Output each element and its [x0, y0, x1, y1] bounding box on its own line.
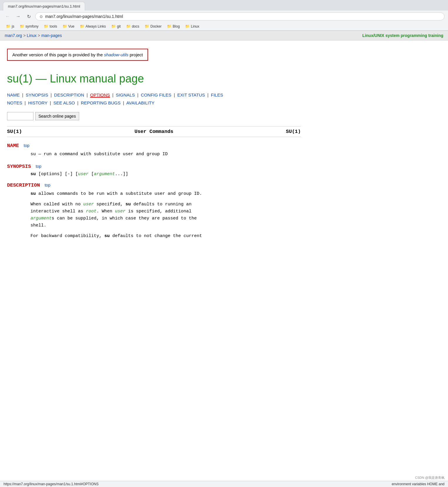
training-text: Linux/UNIX system programming training — [362, 33, 443, 38]
desc-para1-text: allows commands to be run with a substit… — [38, 191, 202, 196]
nav-see-also[interactable]: SEE ALSO — [53, 100, 75, 105]
search-input[interactable] — [7, 112, 33, 120]
page-content: Another version of this page is provided… — [0, 40, 308, 257]
bookmark-blog[interactable]: 📁 Blog — [164, 23, 182, 29]
folder-icon: 📁 — [126, 24, 131, 28]
su-bold-1: su — [30, 191, 36, 196]
section-description: DESCRIPTION top su allows commands to be… — [7, 182, 301, 240]
section-name-top[interactable]: top — [24, 143, 29, 148]
bookmark-label: js — [12, 24, 14, 28]
synopsis-command: su — [30, 172, 36, 177]
breadcrumb-man7[interactable]: man7.org — [5, 33, 22, 38]
bookmark-label: Blog — [173, 24, 180, 28]
description-para1: su allows commands to be run with a subs… — [30, 190, 301, 197]
description-para3: For backward compatibility, su defaults … — [30, 233, 301, 240]
synopsis-args: [options] [-] [user [argument...]] — [38, 172, 128, 177]
su-bold-3: su — [104, 234, 110, 239]
nav-options[interactable]: OPTIONS — [90, 92, 110, 98]
section-name: NAME top su — run a command with substit… — [7, 143, 301, 158]
bookmark-linux[interactable]: 📁 Linux — [183, 23, 202, 29]
description-para2: When called with no user specified, su d… — [30, 201, 301, 229]
nav-name[interactable]: NAME — [7, 92, 20, 97]
nav-availability[interactable]: AVAILABILITY — [126, 100, 155, 105]
folder-icon: 📁 — [111, 24, 116, 28]
folder-icon: 📁 — [44, 24, 48, 28]
man-header-right: SU(1) — [286, 129, 301, 134]
bookmark-docker[interactable]: 📁 Docker — [142, 23, 164, 29]
section-synopsis-top[interactable]: top — [36, 164, 41, 169]
section-name-header: NAME top — [7, 143, 301, 148]
bookmark-label: docs — [132, 24, 139, 28]
section-description-title: DESCRIPTION — [7, 182, 40, 188]
nav-reporting-bugs[interactable]: REPORTING BUGS — [81, 100, 121, 105]
section-name-body: su — run a command with substitute user … — [30, 151, 301, 158]
status-suffix: environment variables HOME and — [392, 482, 444, 483]
breadcrumb-bar: man7.org > Linux > man-pages Linux/UNIX … — [0, 31, 448, 40]
nav-config-files[interactable]: CONFIG FILES — [141, 92, 171, 97]
user-italic-1: user — [83, 202, 94, 207]
browser-chrome: man7.org/linux/man-pages/man1/su.1.html … — [0, 0, 448, 31]
section-synopsis-header: SYNOPSIS top — [7, 164, 301, 169]
folder-icon: 📁 — [145, 24, 149, 28]
bookmark-label: Docker — [150, 24, 162, 28]
notice-prefix: Another version of this page is provided… — [12, 52, 104, 57]
bookmark-label: git — [117, 24, 121, 28]
back-button[interactable]: ← — [4, 12, 12, 21]
folder-icon: 📁 — [62, 24, 67, 28]
reload-button[interactable]: ↻ — [25, 12, 33, 21]
address-bar[interactable]: ⊙ man7.org/linux/man-pages/man1/su.1.htm… — [35, 12, 444, 21]
breadcrumb-linux[interactable]: Linux — [27, 33, 36, 38]
breadcrumb-man-pages[interactable]: man-pages — [41, 33, 62, 38]
status-url: https://man7.org/linux/man-pages/man1/su… — [4, 482, 99, 483]
search-button[interactable]: Search online pages — [35, 112, 79, 120]
section-name-title: NAME — [7, 143, 19, 148]
status-bar: https://man7.org/linux/man-pages/man1/su… — [0, 481, 448, 483]
bookmark-tools[interactable]: 📁 tools — [41, 23, 59, 29]
bookmark-label: symfony — [26, 24, 39, 28]
nav-exit-status[interactable]: EXIT STATUS — [177, 92, 205, 97]
url-text: man7.org/linux/man-pages/man1/su.1.html — [45, 14, 440, 19]
nav-files[interactable]: FILES — [211, 92, 223, 97]
bookmark-label: tools — [50, 24, 57, 28]
bookmark-vue[interactable]: 📁 Vue — [60, 23, 77, 29]
bookmark-docs[interactable]: 📁 docs — [124, 23, 142, 29]
shadow-utils-link[interactable]: shadow-utils — [104, 52, 128, 57]
nav-description[interactable]: DESCRIPTION — [54, 92, 84, 97]
active-tab[interactable]: man7.org/linux/man-pages/man1/su.1.html — [3, 2, 85, 11]
address-bar-icon: ⊙ — [40, 14, 43, 19]
section-synopsis: SYNOPSIS top su [options] [-] [user [arg… — [7, 164, 301, 177]
nav-synopsis[interactable]: SYNOPSIS — [26, 92, 48, 97]
folder-icon: 📁 — [6, 24, 11, 28]
section-description-header: DESCRIPTION top — [7, 182, 301, 188]
bc-sep-2: > — [38, 33, 40, 38]
bookmark-symfony[interactable]: 📁 symfony — [17, 23, 41, 29]
bookmark-always-links[interactable]: 📁 Always Links — [77, 23, 108, 29]
forward-button[interactable]: → — [14, 12, 22, 21]
nav-signals[interactable]: SIGNALS — [116, 92, 135, 97]
man-header-center: User Commands — [135, 129, 174, 134]
folder-icon: 📁 — [20, 24, 24, 28]
folder-icon: 📁 — [167, 24, 172, 28]
section-synopsis-title: SYNOPSIS — [7, 164, 31, 169]
bookmark-label: Always Links — [86, 24, 106, 28]
bookmark-js[interactable]: 📁 js — [4, 23, 17, 29]
man-header: SU(1) User Commands SU(1) — [7, 126, 301, 137]
folder-icon: 📁 — [185, 24, 190, 28]
breadcrumb: man7.org > Linux > man-pages — [5, 33, 62, 38]
synopsis-line: su [options] [-] [user [argument...]] — [30, 172, 301, 177]
notice-suffix: project — [128, 52, 143, 57]
bookmark-label: Vue — [68, 24, 74, 28]
nav-history[interactable]: HISTORY — [28, 100, 47, 105]
nav-bar: ← → ↻ ⊙ man7.org/linux/man-pages/man1/su… — [0, 11, 448, 22]
nav-notes[interactable]: NOTES — [7, 100, 22, 105]
page-wrapper: man7.org > Linux > man-pages Linux/UNIX … — [0, 31, 448, 483]
nav-links: NAME | SYNOPSIS | DESCRIPTION | OPTIONS … — [7, 91, 301, 107]
argument-italic: argument — [30, 216, 52, 221]
bookmark-git[interactable]: 📁 git — [109, 23, 123, 29]
section-description-top[interactable]: top — [45, 183, 50, 187]
bookmark-label: Linux — [191, 24, 199, 28]
search-row: Search online pages — [7, 112, 301, 120]
name-body-text: su — run a command with substitute user … — [30, 152, 168, 157]
page-title: su(1) — Linux manual page — [7, 72, 301, 85]
bookmarks-bar: 📁 js 📁 symfony 📁 tools 📁 Vue 📁 Always Li… — [0, 22, 448, 31]
